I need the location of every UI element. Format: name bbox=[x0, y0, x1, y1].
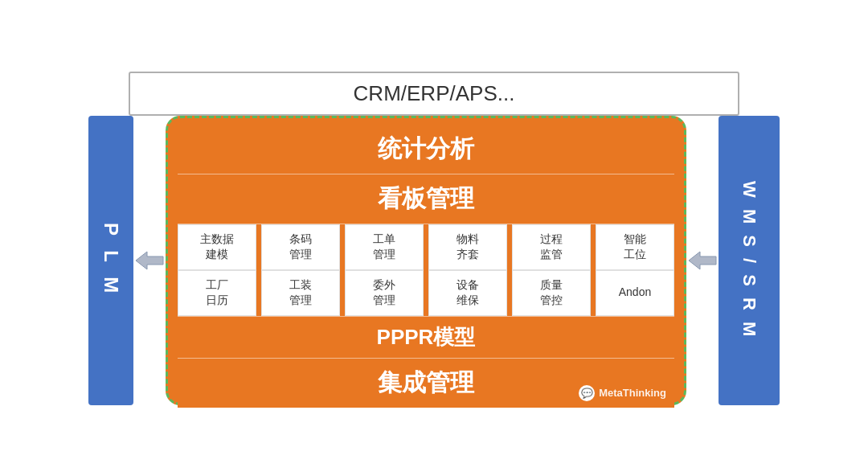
cell-gongdan: 工单管理 bbox=[345, 224, 424, 270]
cell-gongchang: 工厂日历 bbox=[178, 270, 256, 316]
main-container: CRM/ERP/APS... P L M 统计分 bbox=[0, 0, 868, 476]
plm-panel: P L M bbox=[88, 116, 133, 405]
kanban-row: 看板管理 bbox=[178, 174, 674, 224]
grid-row-1: 主数据建模 条码管理 工单管理 物料齐套 过程监管 智能工位 bbox=[178, 224, 674, 270]
wms-label: W M S / S R M bbox=[739, 181, 760, 339]
right-arrow-area bbox=[686, 116, 719, 405]
crm-label: CRM/ERP/APS... bbox=[354, 81, 515, 105]
crm-bar: CRM/ERP/APS... bbox=[129, 72, 739, 116]
right-arrow-icon bbox=[687, 245, 718, 276]
jicheng-label: 集成管理 bbox=[378, 369, 474, 396]
plm-label: P L M bbox=[100, 223, 122, 298]
meta-thinking-label: 💬 MetaThinking bbox=[579, 385, 666, 401]
middle-section: P L M 统计分析 看板管理 主数据建模 条码管理 工单管理 bbox=[88, 116, 780, 405]
tongji-label: 统计分析 bbox=[378, 135, 474, 162]
orange-box: 统计分析 看板管理 主数据建模 条码管理 工单管理 物料齐套 过程监管 智能工位… bbox=[166, 116, 686, 405]
cell-shebei: 设备维保 bbox=[428, 270, 507, 316]
svg-marker-4 bbox=[689, 252, 716, 269]
wms-panel: W M S / S R M bbox=[719, 116, 780, 405]
grid-row-2: 工厂日历 工装管理 委外管理 设备维保 质量管控 Andon bbox=[178, 270, 674, 316]
wechat-icon: 💬 bbox=[579, 385, 595, 401]
left-arrow-icon bbox=[134, 245, 165, 276]
svg-marker-3 bbox=[136, 252, 163, 269]
tongji-row: 统计分析 bbox=[178, 125, 674, 174]
cell-zhiliang: 质量管控 bbox=[512, 270, 591, 316]
cell-weiwai: 委外管理 bbox=[345, 270, 424, 316]
kanban-label: 看板管理 bbox=[378, 185, 474, 211]
cell-guocheng: 过程监管 bbox=[512, 224, 591, 270]
cell-andon: Andon bbox=[596, 270, 674, 316]
jicheng-row: 集成管理 💬 MetaThinking bbox=[178, 358, 674, 408]
left-arrow-area bbox=[133, 116, 166, 405]
cell-gongzhuang: 工装管理 bbox=[261, 270, 340, 316]
pppr-label: PPPR模型 bbox=[377, 325, 476, 349]
cell-tiaoma: 条码管理 bbox=[261, 224, 340, 270]
pppr-row: PPPR模型 bbox=[178, 316, 674, 358]
meta-thinking-text: MetaThinking bbox=[599, 387, 666, 399]
cell-zhushuju: 主数据建模 bbox=[178, 224, 256, 270]
cell-wuliao: 物料齐套 bbox=[428, 224, 507, 270]
cell-zhineng: 智能工位 bbox=[596, 224, 674, 270]
